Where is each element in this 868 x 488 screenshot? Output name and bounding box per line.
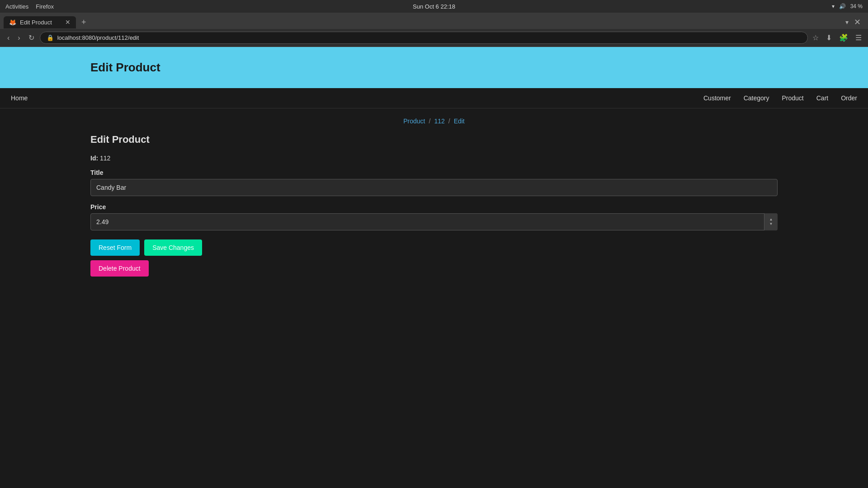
- tab-close-button[interactable]: ✕: [65, 19, 71, 25]
- save-changes-button[interactable]: Save Changes: [144, 239, 202, 256]
- download-button[interactable]: ⬇: [824, 32, 834, 44]
- extensions-button[interactable]: 🧩: [837, 32, 850, 44]
- tab-title: Edit Product: [20, 19, 52, 26]
- nav-link-order[interactable]: Order: [839, 94, 859, 103]
- price-input[interactable]: [90, 213, 778, 230]
- url-text: localhost:8080/product/112/edit: [57, 34, 139, 41]
- volume-icon: 🔊: [839, 3, 846, 9]
- nav-bar-right: Customer Category Product Cart Order: [702, 94, 859, 103]
- field-id: Id: 112: [90, 155, 778, 162]
- tab-bar: 🦊 Edit Product ✕ + ▾ ✕: [0, 13, 868, 29]
- tab-list-button[interactable]: ▾: [845, 19, 849, 26]
- nav-bar-left: Home: [9, 94, 29, 103]
- main-content: Product / 112 / Edit Edit Product Id: 11…: [0, 108, 868, 380]
- title-label: Title: [90, 169, 778, 176]
- breadcrumb-edit: Edit: [454, 117, 465, 125]
- id-value: 112: [100, 155, 110, 162]
- browser-tab[interactable]: 🦊 Edit Product ✕: [4, 16, 76, 28]
- os-bar: Activities Firefox Sun Oct 6 22:18 ▾ 🔊 3…: [0, 0, 868, 13]
- battery-indicator: 34 %: [850, 3, 863, 9]
- os-bar-left: Activities Firefox: [5, 3, 54, 10]
- nav-link-product[interactable]: Product: [780, 94, 806, 103]
- back-button[interactable]: ‹: [5, 32, 12, 44]
- new-tab-button[interactable]: +: [78, 16, 90, 29]
- delete-row: Delete Product: [90, 258, 778, 277]
- breadcrumb-product[interactable]: Product: [403, 117, 425, 125]
- page-header-title: Edit Product: [90, 61, 778, 75]
- tab-favicon: 🦊: [9, 19, 16, 26]
- nav-link-home[interactable]: Home: [9, 94, 29, 103]
- spinner-down-icon: ▼: [769, 222, 773, 226]
- price-spinner[interactable]: ▲ ▼: [764, 213, 778, 230]
- price-wrapper: ▲ ▼: [90, 213, 778, 230]
- os-bar-right: ▾ 🔊 34 %: [832, 3, 863, 9]
- breadcrumb-sep-2: /: [448, 117, 450, 125]
- price-form-group: Price ▲ ▼: [90, 203, 778, 230]
- address-bar[interactable]: 🔒 localhost:8080/product/112/edit: [40, 32, 808, 44]
- refresh-button[interactable]: ↻: [26, 32, 37, 44]
- reset-form-button[interactable]: Reset Form: [90, 239, 140, 256]
- menu-button[interactable]: ☰: [854, 32, 863, 44]
- form-title: Edit Product: [90, 134, 778, 145]
- id-label: Id:: [90, 155, 98, 162]
- spinner-up-icon: ▲: [769, 217, 773, 222]
- nav-bar: Home Customer Category Product Cart Orde…: [0, 88, 868, 108]
- browser-right-icons: ☆ ⬇ 🧩 ☰: [811, 32, 863, 44]
- wifi-icon: ▾: [832, 3, 835, 9]
- title-input[interactable]: [90, 179, 778, 196]
- browser-chrome: 🦊 Edit Product ✕ + ▾ ✕ ‹ › ↻ 🔒 localhost…: [0, 13, 868, 47]
- lock-icon: 🔒: [47, 34, 54, 41]
- breadcrumb: Product / 112 / Edit: [90, 117, 778, 125]
- nav-link-category[interactable]: Category: [742, 94, 771, 103]
- firefox-label[interactable]: Firefox: [36, 3, 54, 10]
- title-form-group: Title: [90, 169, 778, 196]
- price-label: Price: [90, 203, 778, 211]
- breadcrumb-sep-1: /: [429, 117, 430, 125]
- nav-link-customer[interactable]: Customer: [702, 94, 733, 103]
- os-bar-datetime: Sun Oct 6 22:18: [413, 3, 455, 10]
- bookmark-button[interactable]: ☆: [811, 32, 821, 44]
- buttons-row: Reset Form Save Changes: [90, 239, 778, 256]
- forward-button[interactable]: ›: [15, 32, 23, 44]
- address-bar-row: ‹ › ↻ 🔒 localhost:8080/product/112/edit …: [0, 29, 868, 47]
- activities-label[interactable]: Activities: [5, 3, 28, 10]
- breadcrumb-id[interactable]: 112: [434, 117, 444, 125]
- window-close-button[interactable]: ✕: [850, 15, 864, 29]
- delete-product-button[interactable]: Delete Product: [90, 260, 149, 277]
- page-header: Edit Product: [0, 47, 868, 88]
- nav-link-cart[interactable]: Cart: [815, 94, 830, 103]
